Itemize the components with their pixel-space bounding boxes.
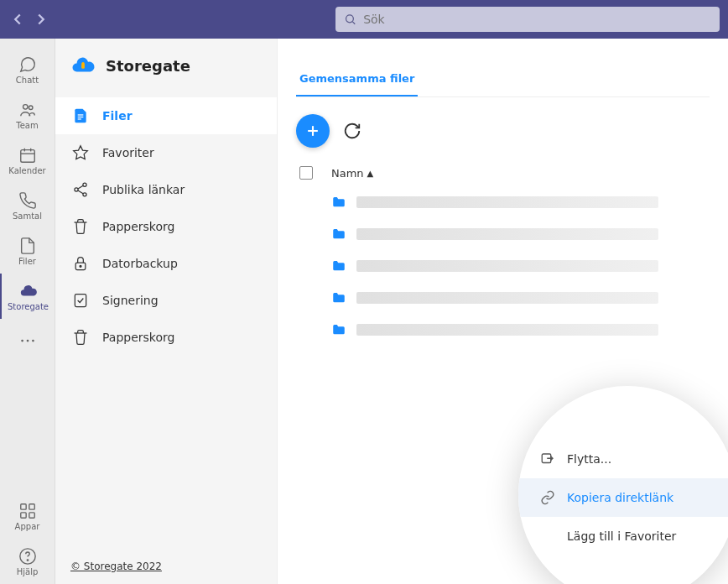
file-name-placeholder [356,324,658,336]
rail-team[interactable]: Team [0,92,55,138]
svg-rect-30 [75,295,86,307]
back-button[interactable] [8,10,27,29]
sidebar-item-public-links[interactable]: Publika länkar [55,171,277,208]
svg-point-24 [75,188,78,191]
rail-label: Chatt [16,76,39,85]
file-name-placeholder [356,196,658,208]
more-icon [18,331,37,350]
rail-calendar[interactable]: Kalender [0,138,55,183]
sidebar-item-favorites[interactable]: Favoriter [55,134,277,171]
sidebar-item-label: Papperskorg [102,331,174,344]
list-header: Namn ▲ [296,159,710,186]
sign-icon [72,292,89,309]
svg-rect-14 [29,512,34,517]
tab-row: Gemensamma filer [296,64,710,97]
rail-calls[interactable]: Samtal [0,183,55,228]
help-icon [18,547,37,566]
title-bar [0,0,728,39]
search-input[interactable] [363,13,711,26]
nav-arrows [8,10,50,29]
calendar-icon [18,146,37,164]
rail-help[interactable]: Hjälp [0,539,55,584]
context-copy-link[interactable]: Kopiera direktlänk [518,478,728,517]
trash-icon [72,329,89,346]
column-name[interactable]: Namn ▲ [331,167,373,180]
move-icon [540,451,555,467]
sidebar-item-signing[interactable]: Signering [55,282,277,319]
copyright-link[interactable]: © Storegate 2022 [55,549,277,584]
sidebar-item-trash[interactable]: Papperskorg [55,208,277,245]
folder-icon [330,258,348,274]
column-name-label: Namn [331,167,364,180]
trash-icon [72,218,89,235]
document-icon [72,107,89,124]
sidebar-item-files[interactable]: Filer [55,97,277,134]
rail-label: Storegate [8,302,49,311]
rail-chat[interactable]: Chatt [0,47,55,92]
search-icon [344,13,356,26]
team-icon [18,101,37,119]
select-all-checkbox[interactable] [299,166,313,180]
svg-rect-11 [20,503,25,508]
svg-rect-13 [20,512,25,517]
svg-point-8 [21,340,23,342]
context-item-label: Flytta... [567,452,611,466]
list-item[interactable] [296,186,710,218]
context-item-label: Lägg till i Favoriter [567,529,676,543]
file-name-placeholder [356,228,658,240]
context-move[interactable]: Flytta... [518,440,728,478]
svg-line-27 [78,190,83,194]
app-rail: Chatt Team Kalender Samtal Filer Storega… [0,39,55,584]
svg-line-26 [78,185,83,189]
sidebar-list: Filer Favoriter Publika länkar Pappersko… [55,92,277,549]
list-item[interactable] [296,250,710,282]
svg-point-29 [80,265,81,267]
sidebar-title: Storegate [106,57,190,75]
svg-point-16 [27,559,28,560]
refresh-button[interactable] [343,122,361,140]
svg-marker-22 [74,146,88,159]
forward-button[interactable] [32,10,50,29]
sidebar-item-label: Favoriter [102,146,154,159]
context-add-favorite[interactable]: Lägg till i Favoriter [518,517,728,555]
rail-apps[interactable]: Appar [0,493,55,539]
list-item[interactable] [296,282,710,314]
toolbar [296,114,710,148]
folder-icon [330,322,348,337]
sidebar-item-trash-2[interactable]: Papperskorg [55,319,277,356]
svg-point-3 [29,105,33,109]
main-area: Chatt Team Kalender Samtal Filer Storega… [0,39,728,584]
rail-label: Team [16,121,38,130]
content-area: Gemensamma filer Namn ▲ [277,39,728,584]
list-item[interactable] [296,314,710,346]
sidebar-item-label: Filer [102,109,133,123]
app-sidebar: Storegate Filer Favoriter Publika länkar… [55,39,277,584]
file-name-placeholder [356,260,658,272]
svg-point-0 [346,15,354,23]
folder-icon [330,290,348,305]
folder-icon [330,195,348,210]
rail-label: Filer [18,257,36,266]
rail-label: Appar [15,522,40,531]
list-item[interactable] [296,218,710,250]
sidebar-item-label: Datorbackup [102,257,178,270]
refresh-icon [343,122,361,140]
lock-icon [72,255,89,272]
storegate-logo-icon [70,53,96,78]
rail-label: Hjälp [17,567,39,576]
rail-files[interactable]: Filer [0,228,55,274]
rail-label: Samtal [13,211,42,221]
svg-point-18 [81,62,84,65]
add-button[interactable] [296,114,330,148]
svg-rect-20 [78,117,84,117]
sort-caret-icon: ▲ [367,169,374,178]
search-box[interactable] [335,7,720,32]
tab-shared-files[interactable]: Gemensamma filer [296,64,418,96]
star-icon [72,144,89,161]
sidebar-item-backup[interactable]: Datorbackup [55,245,277,282]
context-menu: Flytta... Kopiera direktlänk Lägg till i… [518,386,728,584]
svg-point-9 [26,340,29,342]
rail-label: Kalender [8,166,45,175]
rail-more[interactable] [0,319,55,364]
rail-storegate[interactable]: Storegate [0,274,55,319]
